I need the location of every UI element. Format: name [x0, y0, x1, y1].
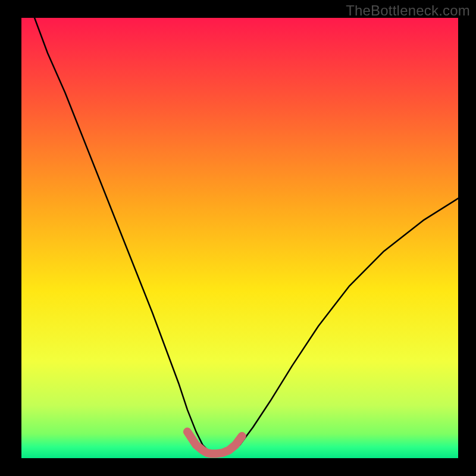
- chart-frame: TheBottleneck.com: [0, 0, 476, 476]
- plot-gradient-bg: [21, 18, 458, 458]
- watermark-text: TheBottleneck.com: [346, 2, 470, 19]
- bottleneck-chart: [0, 0, 476, 476]
